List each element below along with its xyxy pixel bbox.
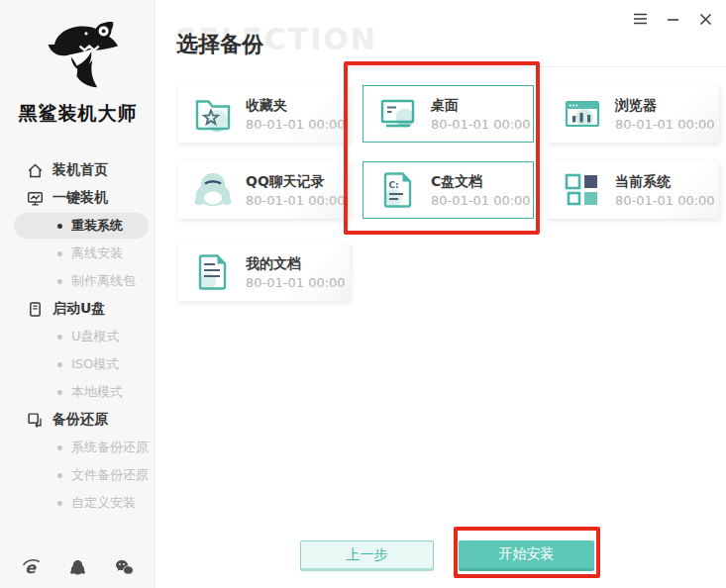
sidebar-item-label: 系统备份还原 (71, 439, 149, 456)
card-title: 收藏夹 (246, 96, 346, 114)
card-title: 桌面 (431, 96, 531, 114)
card-title: C盘文档 (431, 172, 531, 190)
card-date: 80-01-01 00:00 (246, 116, 346, 133)
desktop-icon (376, 92, 420, 136)
close-icon[interactable] (696, 10, 714, 28)
sidebar-item-label: 备份还原 (52, 411, 108, 429)
wechat-icon[interactable] (115, 559, 134, 576)
sidebar-item-label: U盘模式 (71, 328, 120, 345)
menu-icon[interactable] (631, 10, 649, 28)
sidebar-item-label: ISO模式 (71, 355, 119, 373)
backup-card-favorites[interactable]: 收藏夹 80-01-01 00:00 (178, 85, 350, 143)
monitor-chart-icon (27, 190, 44, 207)
sidebar-item-usb-mode[interactable]: U盘模式 (0, 323, 156, 350)
qq-icon[interactable] (69, 559, 86, 576)
qq-chat-icon (191, 168, 235, 212)
bullet-icon (57, 224, 62, 229)
bullet-icon (57, 445, 62, 450)
bullet-icon (57, 362, 62, 367)
card-title: 我的文档 (246, 254, 346, 272)
bullet-icon (57, 390, 62, 395)
logo: 黑鲨装机大师 (0, 10, 156, 127)
usb-icon (27, 301, 44, 318)
browser-icon (561, 92, 604, 136)
start-install-button[interactable]: 开始安装 (459, 540, 594, 571)
backup-card-my-documents[interactable]: 我的文档 80-01-01 00:00 (178, 244, 350, 301)
sidebar-item-boot-usb[interactable]: 启动U盘 (0, 295, 156, 323)
app-title: 黑鲨装机大师 (0, 101, 156, 127)
sidebar-item-system-backup-restore[interactable]: 系统备份还原 (0, 434, 156, 461)
sidebar-item-local-mode[interactable]: 本地模式 (0, 378, 156, 406)
backup-card-qq-chat[interactable]: QQ聊天记录 80-01-01 00:00 (178, 161, 350, 219)
sidebar-item-install-home[interactable]: 装机首页 (0, 156, 156, 184)
sidebar-item-label: 重装系统 (71, 217, 123, 235)
card-title: QQ聊天记录 (246, 172, 346, 190)
sidebar-item-custom-install[interactable]: 自定义安装 (0, 489, 156, 517)
card-date: 80-01-01 00:00 (431, 116, 531, 133)
backup-card-browser[interactable]: 浏览器 80-01-01 00:00 (548, 85, 719, 143)
sidebar-item-label: 启动U盘 (52, 300, 105, 318)
sidebar-item-label: 离线安装 (71, 245, 123, 262)
main-panel: SELECTION 选择备份 收藏夹 80-01-01 00:00 (156, 0, 726, 588)
backup-card-desktop[interactable]: 桌面 80-01-01 00:00 (363, 85, 534, 143)
sidebar-item-make-offline-pack[interactable]: 制作离线包 (0, 267, 156, 295)
card-date: 80-01-01 00:00 (246, 274, 346, 291)
sidebar-item-one-key-install[interactable]: 一键装机 (0, 184, 156, 212)
backup-card-current-system[interactable]: 当前系统 80-01-01 00:00 (548, 161, 719, 219)
sidebar-item-reinstall-system[interactable]: 重装系统 (14, 213, 149, 239)
sidebar-item-label: 自定义安装 (71, 494, 136, 512)
sidebar-footer: e (0, 554, 156, 580)
card-title: 当前系统 (615, 172, 715, 190)
c-drive-doc-icon: C: (376, 168, 420, 212)
card-date: 80-01-01 00:00 (615, 116, 715, 133)
home-icon (27, 162, 44, 179)
bullet-icon (57, 279, 62, 284)
card-title: 浏览器 (615, 96, 715, 114)
bullet-icon (57, 473, 62, 478)
sidebar: 黑鲨装机大师 装机首页 一键装机 重装系统 离线安装 (0, 0, 156, 588)
sidebar-item-label: 装机首页 (52, 161, 108, 179)
restore-icon (27, 412, 44, 429)
previous-step-button[interactable]: 上一步 (300, 540, 434, 571)
my-documents-icon (191, 250, 235, 294)
bullet-icon (57, 335, 62, 340)
sidebar-item-label: 文件备份还原 (71, 466, 149, 484)
app-window: 黑鲨装机大师 装机首页 一键装机 重装系统 离线安装 (0, 0, 726, 588)
sidebar-menu: 装机首页 一键装机 重装系统 离线安装 制作离线包 (0, 156, 156, 517)
sidebar-item-backup-restore[interactable]: 备份还原 (0, 406, 156, 434)
card-date: 80-01-01 00:00 (615, 192, 715, 209)
card-date: 80-01-01 00:00 (246, 192, 346, 209)
sidebar-item-label: 一键装机 (52, 189, 108, 207)
minimize-icon[interactable] (664, 10, 681, 28)
page-title: 选择备份 (176, 30, 263, 59)
current-system-icon (561, 168, 604, 212)
sidebar-item-offline-install[interactable]: 离线安装 (0, 240, 156, 267)
shark-logo-icon (31, 10, 126, 95)
sidebar-item-label: 制作离线包 (71, 272, 136, 290)
favorites-folder-icon (191, 92, 235, 136)
bullet-icon (57, 251, 62, 256)
bullet-icon (57, 501, 62, 506)
ie-icon[interactable]: e (22, 558, 41, 577)
header-divider (342, 66, 726, 67)
svg-text:e: e (25, 558, 37, 577)
svg-text:C:: C: (389, 180, 399, 190)
window-controls (631, 10, 714, 28)
sidebar-item-iso-mode[interactable]: ISO模式 (0, 350, 156, 378)
backup-card-c-drive-docs[interactable]: C: C盘文档 80-01-01 00:00 (363, 161, 534, 219)
sidebar-item-file-backup-restore[interactable]: 文件备份还原 (0, 461, 156, 489)
card-date: 80-01-01 00:00 (431, 192, 531, 209)
sidebar-item-label: 本地模式 (71, 383, 123, 401)
